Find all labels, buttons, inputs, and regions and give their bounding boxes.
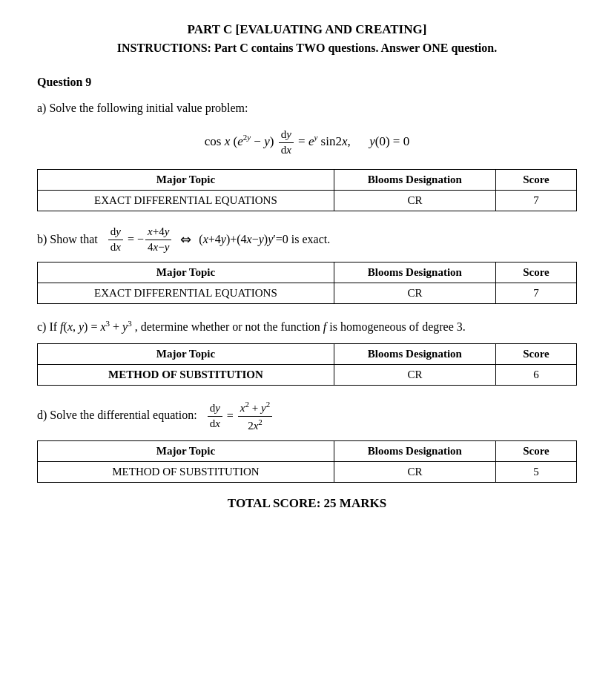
sub-d-col3-header: Score bbox=[495, 441, 576, 462]
sub-c-col1-value: METHOD OF SUBSTITUTION bbox=[38, 365, 334, 386]
sub-d-text: d) Solve the differential equation: dy d… bbox=[37, 399, 577, 433]
sub-a-col3-header: Score bbox=[495, 170, 576, 191]
total-score: TOTAL SCORE: 25 MARKS bbox=[37, 496, 577, 511]
sub-b-text: b) Show that dy dx = − x+4y 4x−y ⇔ (x+4y… bbox=[37, 225, 577, 254]
sub-question-a: a) Solve the following initial value pro… bbox=[37, 99, 577, 211]
sub-c-col2-value: CR bbox=[334, 365, 495, 386]
sub-a-col1-value: EXACT DIFFERENTIAL EQUATIONS bbox=[38, 191, 334, 211]
sub-b-col2-value: CR bbox=[334, 283, 495, 304]
sub-d-col1-value: METHOD OF SUBSTITUTION bbox=[38, 462, 334, 483]
part-title: PART C [EVALUATING AND CREATING] bbox=[37, 22, 577, 37]
sub-question-c: c) If f(x, y) = x3 + y3 , determine whet… bbox=[37, 317, 577, 386]
sub-a-col3-value: 7 bbox=[495, 191, 576, 211]
instructions: INSTRUCTIONS: Part C contains TWO questi… bbox=[37, 42, 577, 55]
sub-c-col1-header: Major Topic bbox=[38, 344, 334, 365]
sub-b-table: Major Topic Blooms Designation Score EXA… bbox=[37, 262, 577, 304]
instructions-text: INSTRUCTIONS: Part C contains TWO questi… bbox=[117, 42, 497, 54]
sub-a-col1-header: Major Topic bbox=[38, 170, 334, 191]
sub-a-text: a) Solve the following initial value pro… bbox=[37, 99, 577, 117]
sub-d-equation: dy dx = x2 + y2 2x2 bbox=[206, 399, 274, 433]
sub-d-col1-header: Major Topic bbox=[38, 441, 334, 462]
sub-b-col3-header: Score bbox=[495, 262, 576, 283]
sub-question-b: b) Show that dy dx = − x+4y 4x−y ⇔ (x+4y… bbox=[37, 225, 577, 304]
sub-b-fraction: dy dx = − x+4y 4x−y bbox=[107, 225, 174, 254]
sub-a-table: Major Topic Blooms Designation Score EXA… bbox=[37, 169, 577, 211]
question-number: Question 9 bbox=[37, 76, 577, 89]
sub-b-col2-header: Blooms Designation bbox=[334, 262, 495, 283]
sub-b-col1-header: Major Topic bbox=[38, 262, 334, 283]
sub-c-col2-header: Blooms Designation bbox=[334, 344, 495, 365]
sub-d-table: Major Topic Blooms Designation Score MET… bbox=[37, 440, 577, 483]
sub-question-d: d) Solve the differential equation: dy d… bbox=[37, 399, 577, 483]
sub-c-text: c) If f(x, y) = x3 + y3 , determine whet… bbox=[37, 317, 577, 336]
sub-c-col3-value: 6 bbox=[495, 365, 576, 386]
sub-c-table: Major Topic Blooms Designation Score MET… bbox=[37, 343, 577, 386]
arrow-symbol: ⇔ bbox=[180, 228, 191, 251]
sub-b-col1-value: EXACT DIFFERENTIAL EQUATIONS bbox=[38, 283, 334, 304]
sub-d-col2-header: Blooms Designation bbox=[334, 441, 495, 462]
sub-a-col2-header: Blooms Designation bbox=[334, 170, 495, 191]
sub-a-equation: cos x (e2y − y) dy dx = ey sin2x, y(0) =… bbox=[37, 128, 577, 157]
sub-b-col3-value: 7 bbox=[495, 283, 576, 304]
sub-d-col2-value: CR bbox=[334, 462, 495, 483]
sub-c-col3-header: Score bbox=[495, 344, 576, 365]
sub-d-col3-value: 5 bbox=[495, 462, 576, 483]
sub-a-col2-value: CR bbox=[334, 191, 495, 211]
